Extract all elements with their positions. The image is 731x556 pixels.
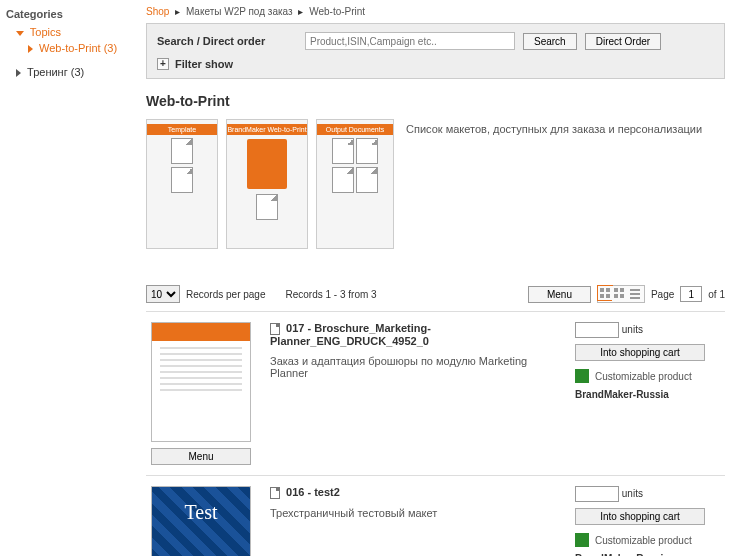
filter-label: Filter show bbox=[175, 58, 233, 70]
product-title[interactable]: 016 - test2 bbox=[270, 486, 561, 499]
customizable-label: Customizable product bbox=[595, 535, 692, 546]
page-input[interactable] bbox=[680, 286, 702, 302]
list-view-button[interactable] bbox=[628, 286, 644, 302]
categories-heading: Categories bbox=[6, 8, 134, 20]
sidebar-item-topics[interactable]: Topics bbox=[6, 24, 134, 40]
document-icon bbox=[270, 487, 280, 499]
view-toggle bbox=[597, 285, 645, 303]
breadcrumb-item[interactable]: Shop bbox=[146, 6, 169, 17]
breadcrumb-sep: ▸ bbox=[175, 6, 180, 17]
sidebar-item-label: Web-to-Print (3) bbox=[39, 42, 117, 54]
sidebar-item-label: Topics bbox=[30, 26, 61, 38]
sidebar-item-label: Тренинг (3) bbox=[27, 66, 84, 78]
page-of: of 1 bbox=[708, 289, 725, 300]
brand-label: BrandMaker-Russia bbox=[575, 389, 725, 400]
units-label: units bbox=[622, 488, 643, 499]
product-thumbnail[interactable] bbox=[151, 322, 251, 442]
grid-view-alt-button[interactable] bbox=[612, 286, 628, 302]
units-input[interactable] bbox=[575, 322, 619, 338]
search-label: Search / Direct order bbox=[157, 35, 297, 47]
product-row: Menu 017 - Broschure_Marketing-Planner_E… bbox=[146, 311, 725, 475]
product-title[interactable]: 017 - Broschure_Marketing-Planner_ENG_DR… bbox=[270, 322, 561, 347]
breadcrumb-item[interactable]: Макеты W2P под заказ bbox=[186, 6, 293, 17]
product-thumbnail[interactable]: Test bbox=[151, 486, 251, 556]
units-label: units bbox=[622, 324, 643, 335]
grid-view-button[interactable] bbox=[597, 285, 613, 301]
sidebar-item-web-to-print[interactable]: Web-to-Print (3) bbox=[6, 40, 134, 56]
breadcrumb-sep: ▸ bbox=[298, 6, 303, 17]
sidebar-item-training[interactable]: Тренинг (3) bbox=[6, 64, 134, 80]
customizable-icon bbox=[575, 369, 589, 383]
breadcrumb-item: Web-to-Print bbox=[309, 6, 365, 17]
add-to-cart-button[interactable]: Into shopping cart bbox=[575, 508, 705, 525]
page-title: Web-to-Print bbox=[146, 93, 725, 109]
direct-order-button[interactable]: Direct Order bbox=[585, 33, 661, 50]
workflow-diagram: Template BrandMaker Web-to-Print Output … bbox=[146, 119, 396, 269]
toolbar-menu-button[interactable]: Menu bbox=[528, 286, 591, 303]
sidebar: Categories Topics Web-to-Print (3) Трени… bbox=[0, 0, 140, 556]
search-input[interactable] bbox=[305, 32, 515, 50]
document-icon bbox=[270, 323, 280, 335]
product-description: Заказ и адаптация брошюры по модулю Mark… bbox=[270, 355, 561, 379]
add-to-cart-button[interactable]: Into shopping cart bbox=[575, 344, 705, 361]
chevron-right-icon bbox=[28, 45, 33, 53]
customizable-icon bbox=[575, 533, 589, 547]
customizable-label: Customizable product bbox=[595, 371, 692, 382]
product-row: Test Menu 016 - test2 Трехстраничный тес… bbox=[146, 475, 725, 556]
page-label: Page bbox=[651, 289, 674, 300]
product-menu-button[interactable]: Menu bbox=[151, 448, 251, 465]
filter-toggle[interactable]: + Filter show bbox=[157, 58, 714, 70]
units-input[interactable] bbox=[575, 486, 619, 502]
search-button[interactable]: Search bbox=[523, 33, 577, 50]
records-count: Records 1 - 3 from 3 bbox=[286, 289, 377, 300]
plus-icon: + bbox=[157, 58, 169, 70]
search-panel: Search / Direct order Search Direct Orde… bbox=[146, 23, 725, 79]
list-toolbar: 10 Records per page Records 1 - 3 from 3… bbox=[146, 285, 725, 303]
chevron-right-icon bbox=[16, 69, 21, 77]
chevron-down-icon bbox=[16, 31, 24, 36]
breadcrumb: Shop ▸ Макеты W2P под заказ ▸ Web-to-Pri… bbox=[146, 0, 725, 23]
records-per-page-label: Records per page bbox=[186, 289, 266, 300]
main-content: Shop ▸ Макеты W2P под заказ ▸ Web-to-Pri… bbox=[140, 0, 731, 556]
records-per-page-select[interactable]: 10 bbox=[146, 285, 180, 303]
product-description: Трехстраничный тестовый макет bbox=[270, 507, 561, 519]
page-description: Список макетов, доступных для заказа и п… bbox=[406, 119, 702, 269]
